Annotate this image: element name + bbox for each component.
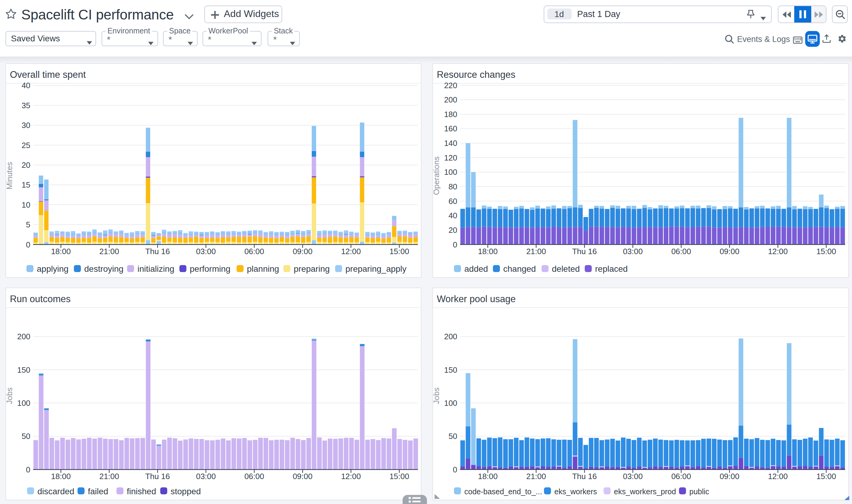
svg-text:preparing: preparing <box>294 264 329 273</box>
svg-text:12:00: 12:00 <box>768 472 787 481</box>
svg-text:18:00: 18:00 <box>51 472 71 481</box>
svg-text:12:00: 12:00 <box>341 472 361 481</box>
svg-text:03:00: 03:00 <box>196 247 216 256</box>
svg-text:100: 100 <box>17 398 30 408</box>
svg-text:Operations: Operations <box>432 156 441 195</box>
svg-text:21:00: 21:00 <box>99 472 119 481</box>
svg-text:performing: performing <box>190 264 230 273</box>
svg-text:0: 0 <box>452 240 457 249</box>
svg-text:06:00: 06:00 <box>671 472 691 481</box>
svg-text:0: 0 <box>452 465 457 474</box>
svg-text:code-based_end_to_...: code-based_end_to_... <box>464 487 542 496</box>
svg-text:100: 100 <box>444 398 457 408</box>
svg-text:12:00: 12:00 <box>768 247 787 256</box>
svg-text:public: public <box>689 487 709 496</box>
svg-text:220: 220 <box>444 80 457 90</box>
svg-text:preparing_apply: preparing_apply <box>345 264 406 273</box>
svg-text:Resource changes: Resource changes <box>436 69 515 80</box>
svg-text:18:00: 18:00 <box>478 472 497 481</box>
svg-text:5: 5 <box>25 220 30 229</box>
svg-text:03:00: 03:00 <box>196 472 216 481</box>
svg-text:replaced: replaced <box>595 264 627 273</box>
svg-text:30: 30 <box>21 120 30 129</box>
svg-text:03:00: 03:00 <box>623 472 642 481</box>
svg-text:140: 140 <box>444 138 457 147</box>
svg-text:failed: failed <box>88 487 108 496</box>
svg-text:40: 40 <box>21 80 30 90</box>
svg-text:12:00: 12:00 <box>341 247 361 256</box>
svg-text:stopped: stopped <box>170 487 201 496</box>
svg-text:deleted: deleted <box>552 264 580 273</box>
svg-text:25: 25 <box>21 141 30 149</box>
svg-text:09:00: 09:00 <box>292 472 312 481</box>
svg-text:Thu 16: Thu 16 <box>145 472 170 481</box>
svg-text:09:00: 09:00 <box>720 472 739 481</box>
svg-text:Run outcomes: Run outcomes <box>10 294 70 304</box>
svg-text:discarded: discarded <box>37 487 74 496</box>
svg-text:Worker pool usage: Worker pool usage <box>436 294 515 304</box>
svg-text:18:00: 18:00 <box>51 247 71 256</box>
svg-text:Jobs: Jobs <box>5 388 14 404</box>
svg-text:Thu 16: Thu 16 <box>572 247 597 256</box>
svg-text:initializing: initializing <box>137 264 174 273</box>
svg-text:15:00: 15:00 <box>389 472 409 481</box>
svg-text:applying: applying <box>36 264 68 273</box>
svg-text:0: 0 <box>25 465 30 474</box>
svg-text:21:00: 21:00 <box>526 247 546 256</box>
svg-text:15:00: 15:00 <box>816 247 836 256</box>
svg-text:35: 35 <box>21 101 30 110</box>
svg-text:21:00: 21:00 <box>526 472 546 481</box>
svg-text:finished: finished <box>126 487 156 496</box>
svg-text:150: 150 <box>17 365 30 375</box>
svg-text:200: 200 <box>444 95 457 104</box>
svg-text:06:00: 06:00 <box>244 472 264 481</box>
svg-text:destroying: destroying <box>84 264 123 273</box>
svg-text:120: 120 <box>444 153 457 162</box>
svg-text:200: 200 <box>444 332 457 341</box>
svg-text:Thu 16: Thu 16 <box>572 472 597 481</box>
svg-text:18:00: 18:00 <box>478 247 497 256</box>
svg-text:planning: planning <box>247 264 279 273</box>
svg-text:20: 20 <box>21 160 30 169</box>
svg-text:eks_workers_prod: eks_workers_prod <box>614 487 676 496</box>
svg-text:06:00: 06:00 <box>244 247 264 256</box>
svg-text:20: 20 <box>448 225 457 234</box>
svg-text:10: 10 <box>21 200 30 209</box>
svg-text:15: 15 <box>21 180 30 189</box>
svg-text:Overall time spent: Overall time spent <box>10 69 86 80</box>
svg-text:21:00: 21:00 <box>99 247 119 256</box>
svg-text:03:00: 03:00 <box>623 247 642 256</box>
svg-text:15:00: 15:00 <box>816 472 836 481</box>
svg-text:200: 200 <box>17 332 30 341</box>
svg-text:Minutes: Minutes <box>5 161 14 189</box>
svg-text:Jobs: Jobs <box>432 388 441 404</box>
svg-text:0: 0 <box>25 240 30 249</box>
svg-text:09:00: 09:00 <box>720 247 739 256</box>
svg-text:06:00: 06:00 <box>671 247 691 256</box>
svg-text:eks_workers: eks_workers <box>554 487 597 496</box>
svg-text:50: 50 <box>21 432 30 441</box>
svg-text:180: 180 <box>444 109 457 119</box>
svg-text:40: 40 <box>448 211 457 220</box>
svg-text:160: 160 <box>444 124 457 133</box>
svg-text:changed: changed <box>503 264 535 273</box>
svg-text:09:00: 09:00 <box>292 247 312 256</box>
svg-text:80: 80 <box>448 182 457 191</box>
svg-text:60: 60 <box>448 196 457 205</box>
svg-text:added: added <box>464 264 488 273</box>
svg-text:100: 100 <box>444 167 457 176</box>
svg-text:Thu 16: Thu 16 <box>145 247 170 256</box>
svg-text:50: 50 <box>448 432 457 441</box>
svg-text:15:00: 15:00 <box>389 247 409 256</box>
svg-text:150: 150 <box>444 365 457 375</box>
